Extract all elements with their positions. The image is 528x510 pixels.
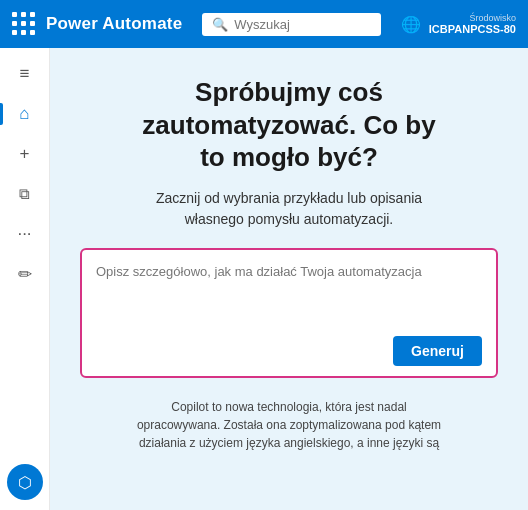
sidebar-item-hamburger[interactable]: ≡ — [5, 56, 45, 92]
pen-icon: ✏ — [18, 264, 32, 285]
search-input[interactable] — [234, 17, 370, 32]
topbar-right: 🌐 Środowisko ICBPANPCSS-80 — [401, 13, 516, 35]
add-icon: + — [20, 144, 30, 164]
automation-input-box: Generuj — [80, 248, 498, 378]
sidebar-item-pen[interactable]: ✏ — [5, 256, 45, 292]
copilot-icon: ⬡ — [18, 473, 32, 492]
footer-note: Copilot to nowa technologia, która jest … — [137, 398, 441, 452]
main-heading: Spróbujmy cośzautomatyzować. Co byto mog… — [142, 76, 435, 174]
search-bar[interactable]: 🔍 — [202, 13, 380, 36]
sidebar: ≡ ⌂ + ⧉ ··· ✏ ⬡ — [0, 48, 50, 510]
search-icon: 🔍 — [212, 17, 228, 32]
waffle-menu[interactable] — [12, 12, 36, 36]
sidebar-item-more[interactable]: ··· — [5, 216, 45, 252]
home-icon: ⌂ — [19, 104, 29, 124]
sidebar-item-home[interactable]: ⌂ — [5, 96, 45, 132]
input-box-footer: Generuj — [96, 336, 482, 366]
globe-icon[interactable]: 🌐 — [401, 15, 421, 34]
more-icon: ··· — [17, 224, 31, 244]
env-name: ICBPANPCSS-80 — [429, 23, 516, 35]
main-subtitle: Zacznij od wybrania przykładu lub opisan… — [156, 188, 422, 230]
sidebar-item-create[interactable]: + — [5, 136, 45, 172]
app-title: Power Automate — [46, 14, 182, 34]
sidebar-item-flows[interactable]: ⧉ — [5, 176, 45, 212]
main-layout: ≡ ⌂ + ⧉ ··· ✏ ⬡ Spróbujmy cośzautomatyzo… — [0, 48, 528, 510]
topbar: Power Automate 🔍 🌐 Środowisko ICBPANPCSS… — [0, 0, 528, 48]
environment-info: Środowisko ICBPANPCSS-80 — [429, 13, 516, 35]
automation-textarea[interactable] — [96, 264, 482, 324]
content-area: Spróbujmy cośzautomatyzować. Co byto mog… — [50, 48, 528, 510]
hamburger-icon: ≡ — [20, 64, 30, 84]
generate-button[interactable]: Generuj — [393, 336, 482, 366]
copilot-button[interactable]: ⬡ — [7, 464, 43, 500]
flows-icon: ⧉ — [19, 185, 30, 203]
env-label: Środowisko — [469, 13, 516, 23]
